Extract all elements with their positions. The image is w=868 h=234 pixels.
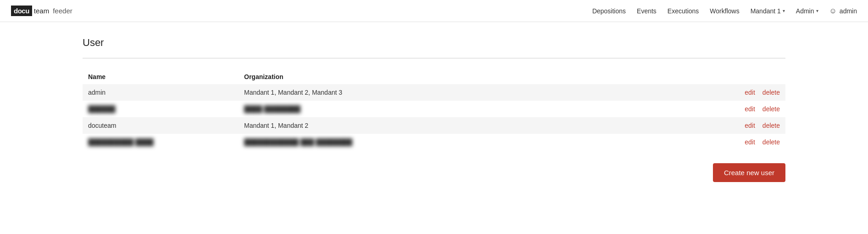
divider xyxy=(83,58,785,58)
main-nav: Depositions Events Executions Workflows … xyxy=(592,7,857,15)
nav-admin-label: Admin xyxy=(796,7,814,15)
nav-executions[interactable]: Executions xyxy=(668,7,699,15)
header: docuteam feeder Depositions Events Execu… xyxy=(0,0,868,22)
table-body: adminMandant 1, Mandant 2, Mandant 3edit… xyxy=(83,84,785,150)
cell-organization: ████████████ ███ ████████ xyxy=(239,134,616,150)
button-area: Create new user xyxy=(83,163,785,182)
nav-events[interactable]: Events xyxy=(637,7,657,15)
delete-link[interactable]: delete xyxy=(762,105,780,113)
edit-link[interactable]: edit xyxy=(745,89,755,96)
nav-workflows[interactable]: Workflows xyxy=(710,7,739,15)
cell-name: docuteam xyxy=(83,117,239,134)
main-content: User Name Organization adminMandant 1, M… xyxy=(0,22,868,197)
user-icon: ☺ xyxy=(829,7,837,15)
cell-name: ██████████ ████ xyxy=(83,134,239,150)
create-new-user-button[interactable]: Create new user xyxy=(713,163,785,182)
user-table: Name Organization adminMandant 1, Mandan… xyxy=(83,69,785,150)
delete-link[interactable]: delete xyxy=(762,122,780,129)
nav-depositions[interactable]: Depositions xyxy=(592,7,626,15)
cell-actions: editdelete xyxy=(616,117,785,134)
nav-user-label: admin xyxy=(840,7,857,15)
nav-mandant-label: Mandant 1 xyxy=(751,7,781,15)
cell-actions: editdelete xyxy=(616,134,785,150)
delete-link[interactable]: delete xyxy=(762,89,780,96)
table-row: ██████████ ████████editdelete xyxy=(83,101,785,117)
col-organization: Organization xyxy=(239,69,616,84)
table-row: docuteamMandant 1, Mandant 2editdelete xyxy=(83,117,785,134)
chevron-down-icon: ▾ xyxy=(816,8,818,13)
cell-organization: Mandant 1, Mandant 2, Mandant 3 xyxy=(239,84,616,101)
nav-user[interactable]: ☺ admin xyxy=(829,7,857,15)
table-row: ██████████ ████████████████ ███ ████████… xyxy=(83,134,785,150)
delete-link[interactable]: delete xyxy=(762,138,780,146)
edit-link[interactable]: edit xyxy=(745,138,755,146)
table-row: adminMandant 1, Mandant 2, Mandant 3edit… xyxy=(83,84,785,101)
cell-organization: ████ ████████ xyxy=(239,101,616,117)
cell-actions: editdelete xyxy=(616,84,785,101)
page-title: User xyxy=(83,37,785,49)
edit-link[interactable]: edit xyxy=(745,105,755,113)
col-name: Name xyxy=(83,69,239,84)
nav-admin-dropdown[interactable]: Admin ▾ xyxy=(796,7,818,15)
cell-actions: editdelete xyxy=(616,101,785,117)
cell-organization: Mandant 1, Mandant 2 xyxy=(239,117,616,134)
table-header: Name Organization xyxy=(83,69,785,84)
logo: docuteam feeder xyxy=(11,6,72,16)
cell-name: admin xyxy=(83,84,239,101)
chevron-down-icon: ▾ xyxy=(783,8,785,13)
logo-docu: docu xyxy=(11,6,32,16)
nav-mandant-dropdown[interactable]: Mandant 1 ▾ xyxy=(751,7,785,15)
cell-name: ██████ xyxy=(83,101,239,117)
logo-team: team xyxy=(34,7,49,15)
logo-feeder: feeder xyxy=(53,7,72,15)
edit-link[interactable]: edit xyxy=(745,122,755,129)
